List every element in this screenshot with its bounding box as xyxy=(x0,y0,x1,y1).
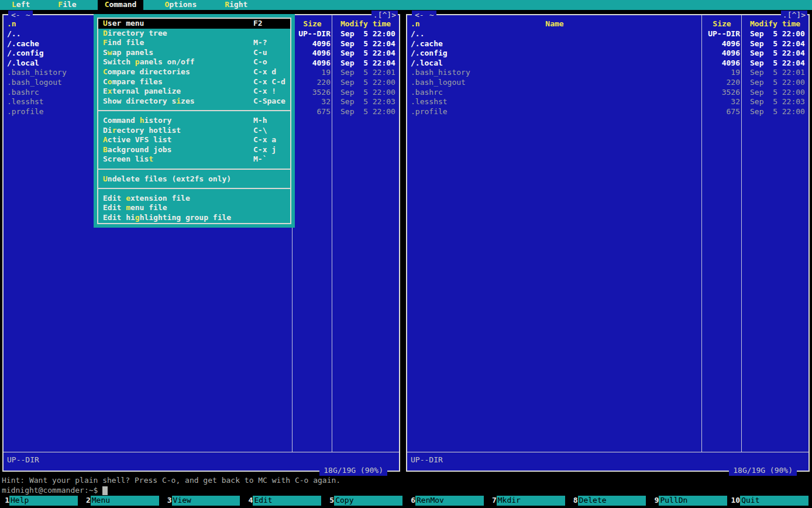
right-panel: <-~.[^]>.nNameSizeModify time/..UP--DIRS… xyxy=(406,14,810,472)
menu-item-swap-panels[interactable]: Swap panelsC-u xyxy=(98,48,290,58)
key-label: Mkdir xyxy=(497,496,565,506)
key-button-6-renmov[interactable]: 6RenMov xyxy=(406,496,487,506)
file-mtime: Sep 5 22:00 xyxy=(742,88,808,98)
column-header-name[interactable]: .nName xyxy=(407,19,702,29)
file-name: .bash_history xyxy=(407,68,702,78)
label-text: ackground jobs xyxy=(108,145,172,154)
key-label: Help xyxy=(9,496,78,506)
key-number: 10 xyxy=(731,496,740,506)
key-button-4-edit[interactable]: 4Edit xyxy=(243,496,325,506)
key-button-8-delete[interactable]: 8Delete xyxy=(569,496,650,506)
shell-prompt[interactable]: midnight@commander:~$ xyxy=(2,486,108,496)
file-size: 19 xyxy=(293,68,332,78)
command-menu-dropdown: User menuF2Directory treeFind fileM-?Swa… xyxy=(94,14,295,228)
menu-item-compare-files[interactable]: Compare filesC-x C-d xyxy=(98,77,290,87)
file-size: 32 xyxy=(293,97,332,107)
file-row[interactable]: .bash_history19Sep 5 22:01 xyxy=(407,68,808,78)
file-mtime: Sep 5 22:04 xyxy=(332,49,399,59)
hotkey-letter: R xyxy=(225,0,229,9)
text-cursor xyxy=(102,486,108,495)
history-back-icon[interactable]: <- xyxy=(415,11,424,19)
key-number: 9 xyxy=(649,496,659,506)
key-button-3-view[interactable]: 3View xyxy=(163,496,244,506)
file-mtime: Sep 5 22:04 xyxy=(742,59,808,68)
key-button-10-quit[interactable]: 10Quit xyxy=(731,496,812,506)
column-header-size[interactable]: Size xyxy=(702,19,742,29)
key-button-5-copy[interactable]: 5Copy xyxy=(325,496,406,506)
key-label: Edit xyxy=(253,496,321,506)
file-size: 4096 xyxy=(293,39,332,49)
column-header-mtime[interactable]: Modify time xyxy=(742,19,808,29)
file-row[interactable]: /.config4096Sep 5 22:04 xyxy=(407,49,808,59)
file-mtime: Sep 5 22:01 xyxy=(332,68,399,78)
hotkey-letter: w xyxy=(108,48,112,57)
menu-item-screen-list[interactable]: Screen listM-` xyxy=(98,155,290,164)
key-button-9-pulldn[interactable]: 9PullDn xyxy=(649,496,731,506)
file-mtime: Sep 5 22:00 xyxy=(742,107,808,117)
menu-item-command-history[interactable]: Command historyM-h xyxy=(98,116,290,126)
file-name: .bashrc xyxy=(407,88,702,98)
label-text: enu file xyxy=(130,203,167,212)
menu-shortcut: C-u xyxy=(253,48,267,58)
key-button-1-help[interactable]: 1Help xyxy=(0,496,81,506)
menu-item-show-directory-sizes[interactable]: Show directory sizesC-Space xyxy=(98,97,290,107)
menubar-item-command[interactable]: Command xyxy=(98,0,144,10)
panel-path: ~ xyxy=(429,11,434,19)
file-row[interactable]: /..UP--DIRSep 5 22:00 xyxy=(407,29,808,39)
key-button-2-menu[interactable]: 2Menu xyxy=(81,496,163,506)
file-size: 4096 xyxy=(702,49,742,59)
hotkey-letter: t xyxy=(149,155,153,163)
menu-item-undelete-files-ext2fs-only[interactable]: Undelete files (ext2fs only) xyxy=(98,174,290,184)
hotkey-letter: F xyxy=(58,0,63,9)
menu-item-edit-highlighting-group-file[interactable]: Edit highlighting group file xyxy=(98,213,290,223)
hotkey-letter: p xyxy=(135,57,140,66)
menu-shortcut: M-` xyxy=(253,155,267,164)
key-number: 1 xyxy=(0,496,9,506)
menubar-item-file[interactable]: File xyxy=(51,0,83,10)
file-row[interactable]: .bash_logout220Sep 5 22:00 xyxy=(407,78,808,88)
hotkey-letter: o xyxy=(108,77,112,86)
label-text: ompare directories xyxy=(108,67,190,76)
menu-item-directory-tree[interactable]: Directory tree xyxy=(98,29,290,39)
menu-shortcut: M-? xyxy=(253,38,267,48)
label-text: E xyxy=(103,87,108,95)
column-header-size[interactable]: Size xyxy=(293,19,332,29)
history-back-icon[interactable]: <- xyxy=(11,11,20,19)
sort-indicator: .n xyxy=(7,19,16,29)
key-number: 8 xyxy=(569,496,578,506)
menu-shortcut: F2 xyxy=(253,19,263,29)
menu-item-compare-directories[interactable]: Compare directoriesC-x d xyxy=(98,67,290,77)
menu-item-active-vfs-list[interactable]: Active VFS listC-x a xyxy=(98,135,290,145)
menu-item-find-file[interactable]: Find fileM-? xyxy=(98,38,290,48)
menu-item-background-jobs[interactable]: Background jobsC-x j xyxy=(98,145,290,155)
file-row[interactable]: .bashrc3526Sep 5 22:00 xyxy=(407,88,808,98)
disk-usage: 18G/19G (90%) xyxy=(729,466,797,476)
label-text: Di xyxy=(103,126,112,135)
disk-usage: 18G/19G (90%) xyxy=(319,466,387,476)
file-row[interactable]: .profile675Sep 5 22:00 xyxy=(407,107,808,117)
hotkey-letter: g xyxy=(135,213,140,222)
label-text: istory xyxy=(144,116,171,125)
label-text: ight xyxy=(229,0,247,9)
key-button-7-mkdir[interactable]: 7Mkdir xyxy=(487,496,569,506)
panel-path: ~ xyxy=(26,11,30,19)
menu-item-user-menu[interactable]: User menuF2 xyxy=(98,19,290,29)
menubar-item-right[interactable]: Right xyxy=(218,0,254,10)
file-name: /.local xyxy=(407,59,702,68)
column-header-mtime[interactable]: Modify time xyxy=(332,19,399,29)
file-mtime: Sep 5 22:00 xyxy=(742,78,808,88)
menu-item-switch-panels-on-off[interactable]: Switch panels on/offC-o xyxy=(98,57,290,67)
menubar-item-options[interactable]: Options xyxy=(157,0,204,10)
menu-item-edit-menu-file[interactable]: Edit menu file xyxy=(98,203,290,213)
menu-item-directory-hotlist[interactable]: Directory hotlistC-\ xyxy=(98,126,290,136)
menu-item-external-panelize[interactable]: External panelizeC-x ! xyxy=(98,87,290,97)
key-label: PullDn xyxy=(659,496,727,506)
file-row[interactable]: /.cache4096Sep 5 22:04 xyxy=(407,39,808,49)
file-row[interactable]: .lesshst32Sep 5 22:03 xyxy=(407,97,808,107)
label-text: xtension file xyxy=(130,194,190,202)
file-row[interactable]: /.local4096Sep 5 22:04 xyxy=(407,59,808,68)
file-size: 4096 xyxy=(702,59,742,68)
menubar-item-left[interactable]: Left xyxy=(5,0,37,10)
label-text: S xyxy=(103,48,108,57)
menu-item-edit-extension-file[interactable]: Edit extension file xyxy=(98,194,290,204)
